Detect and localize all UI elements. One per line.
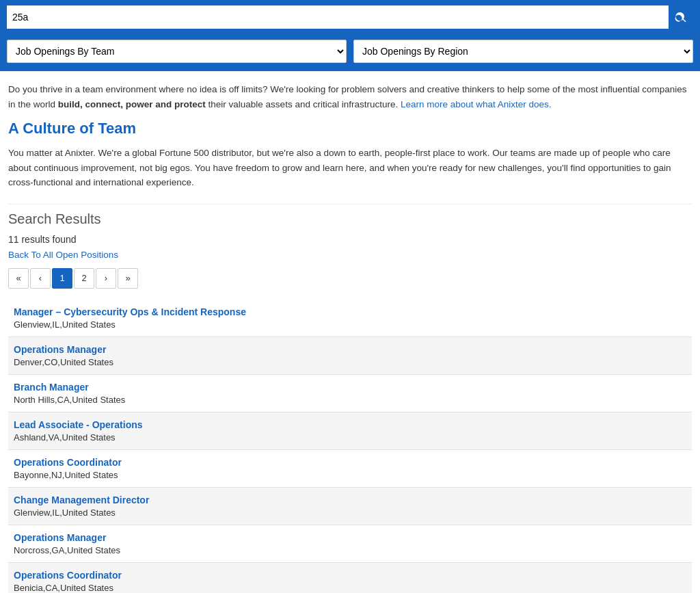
- job-title-link[interactable]: Branch Manager: [14, 382, 686, 393]
- job-title-link[interactable]: Operations Coordinator: [14, 570, 686, 581]
- job-item: Operations CoordinatorBayonne,NJ,United …: [8, 450, 692, 488]
- header-search-bar: 25a: [0, 0, 700, 34]
- job-item: Branch ManagerNorth Hills,CA,United Stat…: [8, 375, 692, 412]
- job-title-link[interactable]: Manager – Cybersecurity Ops & Incident R…: [14, 306, 686, 317]
- team-dropdown[interactable]: Job Openings By Team: [7, 40, 347, 63]
- intro-bold: build, connect, power and protect: [58, 99, 206, 109]
- job-location: Denver,CO,United States: [14, 357, 113, 367]
- job-location: North Hills,CA,United States: [14, 395, 125, 405]
- search-button[interactable]: [669, 8, 693, 27]
- culture-heading: A Culture of Team: [8, 120, 692, 137]
- dropdown-bar: Job Openings By Team Job Openings By Reg…: [0, 34, 700, 71]
- job-title-link[interactable]: Lead Associate - Operations: [14, 419, 686, 430]
- intro-link[interactable]: Learn more about what Anixter does.: [401, 99, 552, 109]
- main-content: Do you thrive in a team environment wher…: [0, 71, 700, 593]
- job-title-link[interactable]: Change Management Director: [14, 495, 686, 505]
- job-title-link[interactable]: Operations Coordinator: [14, 457, 686, 468]
- job-location: Bayonne,NJ,United States: [14, 470, 118, 480]
- job-location: Norcross,GA,United States: [14, 545, 120, 555]
- pagination: «‹12›»: [8, 268, 692, 289]
- culture-body: You matter at Anixter. We're a global Fo…: [8, 146, 692, 190]
- page-button[interactable]: «: [8, 268, 29, 289]
- job-item: Change Management DirectorGlenview,IL,Un…: [8, 488, 692, 525]
- results-count: 11 results found: [8, 234, 692, 245]
- page-button[interactable]: »: [118, 268, 138, 289]
- job-item: Manager – Cybersecurity Ops & Incident R…: [8, 300, 692, 337]
- search-results-heading: Search Results: [8, 204, 692, 227]
- job-item: Operations ManagerDenver,CO,United State…: [8, 337, 692, 375]
- job-item: Operations ManagerNorcross,GA,United Sta…: [8, 525, 692, 563]
- job-list: Manager – Cybersecurity Ops & Incident R…: [8, 300, 692, 593]
- job-title-link[interactable]: Operations Manager: [14, 344, 686, 355]
- job-location: Glenview,IL,United States: [14, 508, 116, 518]
- job-location: Glenview,IL,United States: [14, 319, 116, 330]
- page-button[interactable]: 2: [74, 268, 94, 289]
- search-icon: [674, 10, 688, 24]
- job-item: Lead Associate - OperationsAshland,VA,Un…: [8, 412, 692, 450]
- intro-text: Do you thrive in a team environment wher…: [8, 82, 692, 111]
- intro-text-after: their valuable assets and critical infra…: [206, 99, 401, 109]
- job-location: Benicia,CA,United States: [14, 583, 113, 593]
- job-item: Operations CoordinatorBenicia,CA,United …: [8, 563, 692, 593]
- search-input[interactable]: 25a: [7, 5, 669, 29]
- page-button[interactable]: 1: [52, 268, 72, 289]
- back-to-all-link[interactable]: Back To All Open Positions: [8, 250, 118, 260]
- region-dropdown[interactable]: Job Openings By Region: [353, 40, 693, 63]
- page-button[interactable]: ‹: [30, 268, 51, 289]
- page-button[interactable]: ›: [96, 268, 116, 289]
- job-title-link[interactable]: Operations Manager: [14, 532, 686, 543]
- job-location: Ashland,VA,United States: [14, 432, 116, 443]
